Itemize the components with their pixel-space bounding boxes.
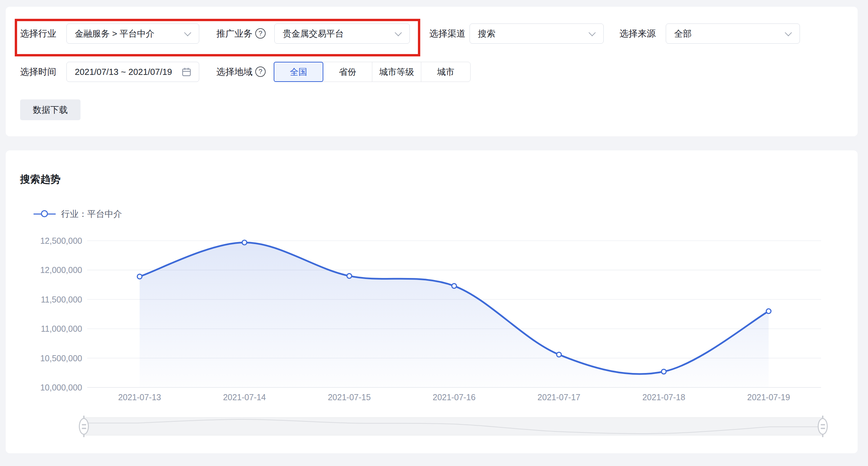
tab-city[interactable]: 城市	[421, 62, 470, 82]
gridlines	[87, 241, 821, 387]
tab-city-tier[interactable]: 城市等级	[372, 62, 421, 82]
x-axis-tick: 2021-07-13	[103, 392, 177, 402]
area-fill	[140, 242, 768, 387]
y-axis-tick: 12,500,000	[6, 236, 82, 246]
source-select-value: 全部	[674, 24, 691, 43]
chart-panel: 搜索趋势 行业：平台中介 12,500,000 12,000,000 11,50…	[6, 150, 858, 453]
y-axis-tick: 11,500,000	[6, 294, 82, 304]
x-axis-tick: 2021-07-17	[522, 392, 596, 402]
datazoom-slider-track[interactable]	[84, 417, 823, 435]
trend-line-chart	[6, 150, 858, 453]
legend-label: 行业：平台中介	[61, 208, 122, 220]
time-label: 选择时间	[20, 66, 56, 78]
business-select[interactable]: 贵金属交易平台	[274, 24, 410, 43]
date-range-value: 2021/07/13 ~ 2021/07/19	[75, 62, 172, 82]
channel-select[interactable]: 搜索	[470, 24, 604, 43]
calendar-icon	[181, 67, 191, 78]
chevron-down-icon	[184, 29, 191, 36]
chevron-down-icon	[589, 29, 596, 36]
industry-select[interactable]: 金融服务 > 平台中介	[66, 24, 199, 43]
line-series-icon	[34, 210, 56, 217]
source-select[interactable]: 全部	[666, 24, 800, 43]
x-axis-tick: 2021-07-16	[417, 392, 491, 402]
region-label: 选择地域	[216, 66, 253, 78]
datazoom-left-handle[interactable]	[79, 418, 89, 435]
chevron-down-icon	[785, 29, 792, 36]
x-axis-tick: 2021-07-18	[627, 392, 701, 402]
date-range-input[interactable]: 2021/07/13 ~ 2021/07/19	[66, 62, 199, 82]
channel-label: 选择渠道	[429, 28, 466, 39]
data-download-button[interactable]: 数据下载	[20, 99, 81, 120]
help-icon[interactable]: ?	[255, 28, 266, 39]
chevron-down-icon	[395, 29, 402, 36]
x-axis-tick: 2021-07-19	[732, 392, 806, 402]
y-axis-tick: 11,000,000	[6, 324, 82, 334]
tab-province[interactable]: 省份	[323, 62, 372, 82]
x-axis-tick: 2021-07-14	[208, 392, 281, 402]
channel-select-value: 搜索	[478, 24, 495, 43]
y-axis-tick: 10,000,000	[6, 382, 82, 392]
business-select-value: 贵金属交易平台	[283, 24, 344, 43]
legend-item[interactable]: 行业：平台中介	[34, 209, 122, 219]
y-axis-tick: 10,500,000	[6, 353, 82, 363]
x-axis-tick: 2021-07-15	[312, 392, 386, 402]
series-line	[140, 242, 768, 374]
y-axis-tick: 12,000,000	[6, 265, 82, 275]
industry-label: 选择行业	[20, 28, 56, 39]
datazoom-right-handle[interactable]	[818, 418, 828, 435]
tab-nationwide[interactable]: 全国	[274, 62, 323, 82]
chart-title: 搜索趋势	[20, 173, 60, 186]
region-tab-group: 全国 省份 城市等级 城市	[274, 62, 470, 82]
data-point-markers	[137, 240, 771, 374]
filter-panel: 选择行业 金融服务 > 平台中介 推广业务 ? 贵金属交易平台 选择渠道 搜索 …	[6, 7, 858, 136]
business-label: 推广业务	[216, 28, 253, 39]
industry-select-value: 金融服务 > 平台中介	[75, 24, 155, 43]
source-label: 选择来源	[619, 28, 656, 39]
help-icon[interactable]: ?	[255, 66, 266, 77]
